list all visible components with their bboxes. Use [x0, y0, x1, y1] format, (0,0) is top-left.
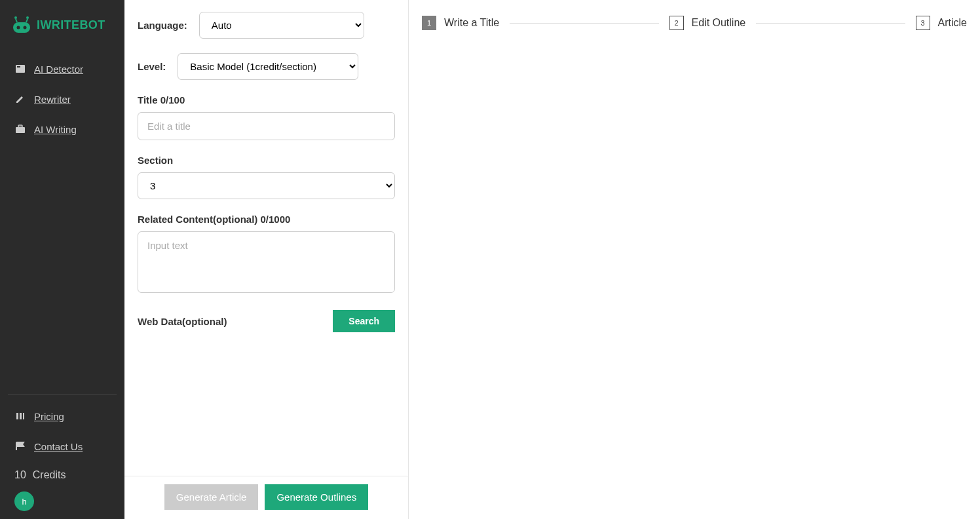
step-divider	[510, 23, 658, 24]
form-body: Language: Auto Level: Basic Model (1cred…	[124, 0, 408, 476]
svg-rect-12	[20, 413, 22, 419]
credits-display: 10 Credits	[0, 461, 124, 489]
step-label: Write a Title	[444, 17, 499, 29]
section-select[interactable]: 3	[138, 172, 395, 199]
sidebar: IWRITEBOT AI Detector Rewriter AI Writin…	[0, 0, 124, 519]
sidebar-item-rewriter[interactable]: Rewriter	[0, 84, 124, 114]
avatar[interactable]: h	[14, 491, 34, 511]
form-panel: Language: Auto Level: Basic Model (1cred…	[124, 0, 409, 519]
credits-label: Credits	[33, 469, 66, 481]
svg-point-1	[26, 16, 29, 19]
step-number: 2	[669, 16, 684, 30]
title-input[interactable]	[138, 112, 395, 140]
svg-rect-8	[17, 66, 20, 67]
step-1[interactable]: 1 Write a Title	[422, 16, 499, 30]
avatar-initial: h	[22, 497, 26, 507]
search-button[interactable]: Search	[333, 310, 395, 332]
sidebar-divider	[8, 394, 117, 394]
section-label: Section	[138, 155, 395, 166]
stepper: 1 Write a Title 2 Edit Outline 3 Article	[422, 16, 967, 30]
flag-icon	[14, 440, 26, 452]
pricing-icon	[14, 410, 26, 422]
related-label: Related Content(optional) 0/1000	[138, 214, 395, 225]
sidebar-item-label: AI Detector	[34, 64, 83, 75]
sidebar-item-ai-detector[interactable]: AI Detector	[0, 54, 124, 84]
sidebar-item-label: AI Writing	[34, 124, 77, 135]
step-label: Article	[938, 17, 967, 29]
svg-rect-9	[16, 127, 25, 133]
sidebar-bottom-nav: Pricing Contact Us 10 Credits h	[0, 401, 124, 519]
generate-outlines-button[interactable]: Generate Outlines	[265, 484, 368, 510]
detector-icon	[14, 63, 26, 75]
related-textarea[interactable]	[138, 231, 395, 293]
briefcase-icon	[14, 123, 26, 135]
step-2[interactable]: 2 Edit Outline	[669, 16, 746, 30]
main-area: 1 Write a Title 2 Edit Outline 3 Article	[409, 0, 980, 519]
svg-rect-10	[18, 125, 22, 127]
robot-icon	[10, 16, 33, 34]
sidebar-item-contact[interactable]: Contact Us	[0, 431, 124, 461]
svg-rect-13	[23, 413, 24, 419]
sidebar-item-ai-writing[interactable]: AI Writing	[0, 114, 124, 144]
step-3[interactable]: 3 Article	[916, 16, 967, 30]
level-select[interactable]: Basic Model (1credit/section)	[178, 53, 358, 80]
sidebar-item-label: Rewriter	[34, 94, 71, 105]
svg-line-3	[26, 19, 28, 22]
svg-rect-4	[13, 22, 30, 33]
svg-point-5	[17, 26, 20, 29]
brand-logo[interactable]: IWRITEBOT	[0, 16, 124, 54]
sidebar-item-label: Contact Us	[34, 441, 83, 452]
form-footer: Generate Article Generate Outlines	[124, 476, 408, 519]
level-label: Level:	[138, 61, 166, 72]
step-label: Edit Outline	[692, 17, 746, 29]
sidebar-item-label: Pricing	[34, 411, 64, 422]
svg-line-2	[16, 19, 17, 22]
title-label: Title 0/100	[138, 94, 395, 106]
webdata-label: Web Data(optional)	[138, 316, 227, 327]
step-divider	[756, 23, 905, 24]
svg-point-0	[14, 16, 17, 19]
svg-rect-11	[16, 413, 18, 419]
svg-point-6	[24, 26, 27, 29]
language-label: Language:	[138, 20, 187, 31]
step-number: 1	[422, 16, 436, 30]
sidebar-item-pricing[interactable]: Pricing	[0, 401, 124, 431]
language-select[interactable]: Auto	[199, 12, 364, 39]
credits-count: 10	[14, 469, 26, 481]
svg-rect-7	[16, 65, 25, 73]
pen-icon	[14, 93, 26, 105]
brand-name: IWRITEBOT	[37, 18, 105, 32]
sidebar-nav: AI Detector Rewriter AI Writing	[0, 54, 124, 144]
generate-article-button[interactable]: Generate Article	[164, 484, 259, 510]
step-number: 3	[916, 16, 930, 30]
